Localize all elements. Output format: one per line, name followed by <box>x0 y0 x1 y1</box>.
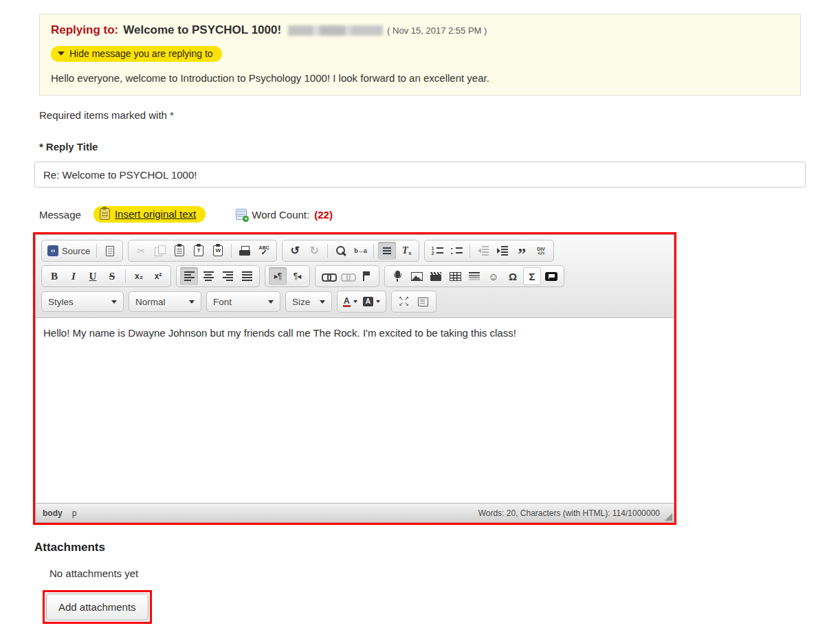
special-character-icon: Ω <box>509 271 517 282</box>
word-count-value: (22) <box>314 209 333 221</box>
smiley-button[interactable]: ☺ <box>485 267 502 285</box>
toolbar-group <box>315 265 379 287</box>
paste-button[interactable] <box>170 242 188 260</box>
blockquote-icon: ” <box>518 245 526 257</box>
undo-button[interactable]: ↺ <box>286 242 304 260</box>
source-button-label: Source <box>62 246 90 256</box>
remove-format-button[interactable]: T <box>397 242 415 260</box>
bold-button[interactable]: B <box>45 267 63 285</box>
insert-original-text-link[interactable]: Insert original text <box>93 206 206 223</box>
source-icon <box>47 245 58 256</box>
toolbar-group: BIUSx₂x² <box>41 265 171 287</box>
select-all-icon <box>382 246 393 256</box>
bulleted-list-icon <box>451 246 463 256</box>
text-direction-rtl-icon: ¶◂ <box>294 272 300 280</box>
copy-icon <box>155 245 166 256</box>
audio-record-icon <box>394 271 401 282</box>
bold-icon: B <box>51 271 58 282</box>
italic-button[interactable]: I <box>65 267 82 285</box>
format-combo[interactable]: Normal <box>129 291 201 312</box>
paste-word-button[interactable]: W <box>209 242 227 260</box>
movie-button[interactable] <box>427 267 445 285</box>
hide-message-toggle[interactable]: Hide message you are replying to <box>51 46 222 62</box>
special-character-button[interactable]: Ω <box>504 267 522 285</box>
clipboard-icon <box>100 208 110 220</box>
indent-button[interactable] <box>494 242 511 260</box>
reply-title-label: *Reply Title <box>39 141 840 153</box>
outdent-icon <box>478 246 489 256</box>
superscript-button[interactable]: x² <box>149 267 167 285</box>
find-button[interactable] <box>332 242 350 260</box>
font-combo[interactable]: Font <box>206 291 280 312</box>
text-direction-rtl-button[interactable]: ¶◂ <box>288 267 306 285</box>
image-button[interactable] <box>408 267 425 285</box>
align-right-button[interactable] <box>219 267 236 285</box>
word-count-icon <box>236 209 247 220</box>
add-attachments-button[interactable]: Add attachments <box>46 594 148 620</box>
background-color-button[interactable] <box>361 293 382 311</box>
replace-button[interactable]: b→a <box>351 242 369 260</box>
print-icon <box>239 246 250 256</box>
message-label: Message <box>39 209 81 221</box>
replying-to-label: Replying to: <box>51 23 118 37</box>
align-center-button[interactable] <box>199 267 217 285</box>
select-all-button[interactable] <box>378 242 396 260</box>
remove-format-icon: T <box>402 246 411 256</box>
strikethrough-button[interactable]: S <box>103 267 121 285</box>
editor-content-area[interactable]: Hello! My name is Dwayne Johnson but my … <box>36 318 674 503</box>
print-button[interactable] <box>236 242 254 260</box>
resize-grip[interactable] <box>665 513 672 521</box>
size-combo[interactable]: Size <box>285 291 332 312</box>
outdent-button <box>474 242 492 260</box>
div-container-icon <box>535 247 547 256</box>
toolbar-separator <box>125 269 126 283</box>
text-direction-ltr-icon: ▸¶ <box>274 272 281 280</box>
anchor-button[interactable] <box>357 267 375 285</box>
reply-title-input[interactable] <box>34 161 806 188</box>
unlink-button <box>338 267 356 285</box>
styles-combo[interactable]: Styles <box>41 291 124 312</box>
undo-icon: ↺ <box>291 245 300 256</box>
toolbar-group: ▸¶¶◂ <box>265 265 310 287</box>
horizontal-rule-button[interactable] <box>465 267 483 285</box>
editor-status-bar: bodyp Words: 20, Characters (with HTML):… <box>36 503 674 522</box>
image-icon <box>411 272 423 281</box>
maximize-button[interactable] <box>395 293 413 311</box>
audio-record-button[interactable] <box>388 267 406 285</box>
align-left-button[interactable] <box>180 267 198 285</box>
underline-button[interactable]: U <box>84 267 102 285</box>
text-direction-ltr-button[interactable]: ▸¶ <box>269 267 287 285</box>
table-button[interactable] <box>446 267 464 285</box>
word-character-count: Words: 20, Characters (with HTML): 114/1… <box>478 508 660 518</box>
toolbar-separator <box>96 244 97 258</box>
italic-icon: I <box>71 271 76 282</box>
thread-title: Welcome to PSYCHOL 1000! <box>123 23 281 37</box>
toolbar-separator <box>231 244 232 258</box>
media-widget-button[interactable] <box>542 267 560 285</box>
align-justify-button[interactable] <box>238 267 256 285</box>
paste-text-button[interactable]: T <box>190 242 208 260</box>
source-button[interactable]: Source <box>45 242 92 260</box>
link-button[interactable] <box>319 267 337 285</box>
subscript-button[interactable]: x₂ <box>130 267 148 285</box>
toolbar-group <box>337 291 386 313</box>
bulleted-list-button[interactable] <box>447 242 465 260</box>
show-blocks-button[interactable] <box>415 293 432 311</box>
spellcheck-button[interactable] <box>255 242 273 260</box>
math-formula-button[interactable]: Σ <box>523 267 541 285</box>
text-color-button[interactable] <box>341 293 360 311</box>
align-left-icon <box>184 271 195 281</box>
templates-button[interactable] <box>101 242 119 260</box>
attachments-heading: Attachments <box>34 541 840 554</box>
element-path-p[interactable]: p <box>72 508 77 518</box>
element-path-body[interactable]: body <box>43 508 63 518</box>
align-right-icon <box>223 271 233 281</box>
div-container-button[interactable] <box>532 242 550 260</box>
size-combo-label: Size <box>292 297 310 307</box>
blockquote-button[interactable]: ” <box>513 242 531 260</box>
annotation-add-attachments-highlight: Add attachments <box>43 590 152 624</box>
toolbar-group <box>176 265 260 287</box>
numbered-list-button[interactable] <box>428 242 446 260</box>
hide-message-label: Hide message you are replying to <box>69 48 213 59</box>
chevron-down-icon <box>58 52 65 56</box>
